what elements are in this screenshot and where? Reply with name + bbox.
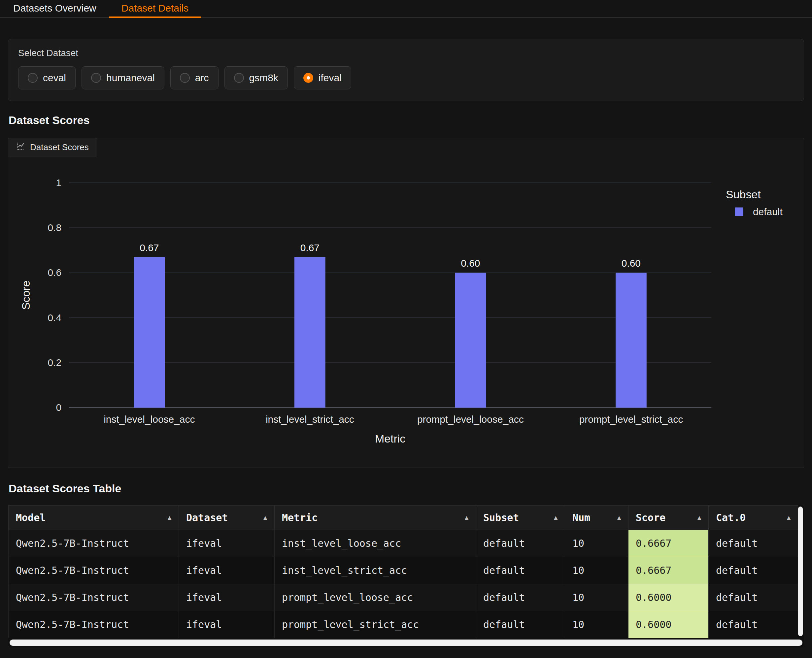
svg-text:1: 1	[56, 177, 61, 188]
sort-icon: ▲	[262, 514, 268, 522]
cell-dataset: ifeval	[179, 557, 274, 584]
svg-text:Score: Score	[19, 280, 32, 310]
cell-model: Qwen2.5-7B-Instruct	[9, 530, 179, 557]
cell-metric: inst_level_loose_acc	[274, 530, 476, 557]
horizontal-scrollbar[interactable]	[9, 639, 803, 646]
sort-icon: ▲	[696, 514, 702, 522]
cell-dataset: ifeval	[179, 584, 274, 611]
table-row: Qwen2.5-7B-Instructifevalprompt_level_st…	[9, 611, 798, 638]
chart-panel-tab-label: Dataset Scores	[30, 142, 89, 152]
sort-icon: ▲	[616, 514, 622, 522]
scores-bar-chart[interactable]: 00.20.40.60.810.67inst_level_loose_acc0.…	[8, 138, 804, 468]
column-header-score[interactable]: Score▲	[629, 506, 709, 530]
cell-num: 10	[565, 530, 629, 557]
svg-text:0.6: 0.6	[47, 267, 61, 278]
cell-subset: default	[476, 611, 565, 638]
sort-icon: ▲	[785, 514, 792, 522]
svg-text:prompt_level_loose_acc: prompt_level_loose_acc	[417, 414, 524, 425]
vertical-scrollbar[interactable]	[798, 506, 803, 636]
column-header-label: Cat.0	[716, 512, 746, 523]
svg-text:0.67: 0.67	[140, 242, 159, 253]
svg-text:inst_level_loose_acc: inst_level_loose_acc	[103, 414, 195, 425]
radio-option-ceval[interactable]: ceval	[18, 66, 75, 89]
dataset-scores-table-heading: Dataset Scores Table	[9, 482, 812, 495]
column-header-model[interactable]: Model▲	[9, 506, 179, 530]
cell-model: Qwen2.5-7B-Instruct	[9, 611, 179, 638]
radio-option-label: gsm8k	[249, 72, 278, 83]
dataset-radio-group: cevalhumanevalarcgsm8kifeval	[18, 66, 794, 89]
cell-metric: prompt_level_strict_acc	[274, 611, 476, 638]
radio-option-arc[interactable]: arc	[170, 66, 218, 89]
cell-dataset: ifeval	[179, 530, 274, 557]
cell-cat-0: default	[709, 530, 798, 557]
radio-option-humaneval[interactable]: humaneval	[82, 66, 165, 89]
tab-datasets-overview[interactable]: Datasets Overview	[1, 0, 109, 18]
cell-score: 0.6667	[629, 530, 709, 557]
column-header-label: Subset	[483, 512, 519, 523]
radio-option-gsm8k[interactable]: gsm8k	[224, 66, 288, 89]
chart-panel-tab[interactable]: Dataset Scores	[8, 138, 97, 157]
table-row: Qwen2.5-7B-Instructifevalinst_level_loos…	[9, 530, 798, 557]
column-header-dataset[interactable]: Dataset▲	[179, 506, 274, 530]
column-header-label: Model	[16, 512, 45, 523]
cell-num: 10	[565, 611, 629, 638]
column-header-cat-0[interactable]: Cat.0▲	[709, 506, 798, 530]
cell-score: 0.6000	[629, 611, 709, 638]
tab-bar: Datasets Overview Dataset Details	[0, 0, 812, 18]
sort-icon: ▲	[166, 514, 172, 522]
scores-table: Model▲Dataset▲Metric▲Subset▲Num▲Score▲Ca…	[8, 505, 798, 638]
table-row: Qwen2.5-7B-Instructifevalprompt_level_lo…	[9, 584, 798, 611]
svg-text:0.60: 0.60	[622, 258, 641, 269]
svg-text:0: 0	[56, 402, 61, 413]
cell-num: 10	[565, 557, 629, 584]
cell-score: 0.6667	[629, 557, 709, 584]
cell-subset: default	[476, 530, 565, 557]
column-header-metric[interactable]: Metric▲	[274, 506, 476, 530]
cell-score: 0.6000	[629, 584, 709, 611]
svg-text:default: default	[753, 206, 783, 217]
column-header-label: Num	[572, 512, 590, 523]
radio-unselected-icon	[180, 73, 190, 83]
radio-unselected-icon	[91, 73, 101, 83]
radio-unselected-icon	[28, 73, 38, 83]
cell-subset: default	[476, 584, 565, 611]
select-dataset-label: Select Dataset	[18, 48, 794, 58]
cell-cat-0: default	[709, 584, 798, 611]
dataset-scores-heading: Dataset Scores	[9, 113, 812, 127]
table-row: Qwen2.5-7B-Instructifevalinst_level_stri…	[9, 557, 798, 584]
sort-icon: ▲	[553, 514, 559, 522]
radio-option-ifeval[interactable]: ifeval	[294, 66, 351, 89]
radio-selected-icon	[303, 73, 313, 83]
chart-panel: Dataset Scores 00.20.40.60.810.67inst_le…	[8, 138, 804, 468]
svg-text:0.2: 0.2	[47, 357, 61, 368]
tab-dataset-details[interactable]: Dataset Details	[109, 0, 201, 18]
cell-subset: default	[476, 557, 565, 584]
scores-table-wrap: Model▲Dataset▲Metric▲Subset▲Num▲Score▲Ca…	[8, 505, 804, 647]
sort-icon: ▲	[464, 514, 470, 522]
select-dataset-panel: Select Dataset cevalhumanevalarcgsm8kife…	[8, 39, 804, 101]
svg-text:0.67: 0.67	[300, 242, 320, 253]
cell-num: 10	[565, 584, 629, 611]
radio-option-label: ceval	[43, 72, 66, 83]
radio-option-label: ifeval	[318, 72, 342, 83]
column-header-label: Dataset	[186, 512, 228, 523]
column-header-subset[interactable]: Subset▲	[476, 506, 565, 530]
cell-cat-0: default	[709, 611, 798, 638]
cell-dataset: ifeval	[179, 611, 274, 638]
radio-option-label: humaneval	[106, 72, 155, 83]
cell-cat-0: default	[709, 557, 798, 584]
column-header-num[interactable]: Num▲	[565, 506, 629, 530]
cell-model: Qwen2.5-7B-Instruct	[9, 557, 179, 584]
cell-metric: inst_level_strict_acc	[274, 557, 476, 584]
svg-text:0.60: 0.60	[461, 258, 480, 269]
page: Datasets Overview Dataset Details Select…	[0, 0, 812, 647]
column-header-label: Metric	[282, 512, 318, 523]
radio-option-label: arc	[195, 72, 209, 83]
svg-text:prompt_level_strict_acc: prompt_level_strict_acc	[579, 414, 683, 425]
radio-unselected-icon	[234, 73, 244, 83]
column-header-label: Score	[636, 512, 665, 523]
svg-text:Subset: Subset	[726, 188, 761, 201]
svg-text:Metric: Metric	[375, 432, 405, 445]
cell-metric: prompt_level_loose_acc	[274, 584, 476, 611]
cell-model: Qwen2.5-7B-Instruct	[9, 584, 179, 611]
